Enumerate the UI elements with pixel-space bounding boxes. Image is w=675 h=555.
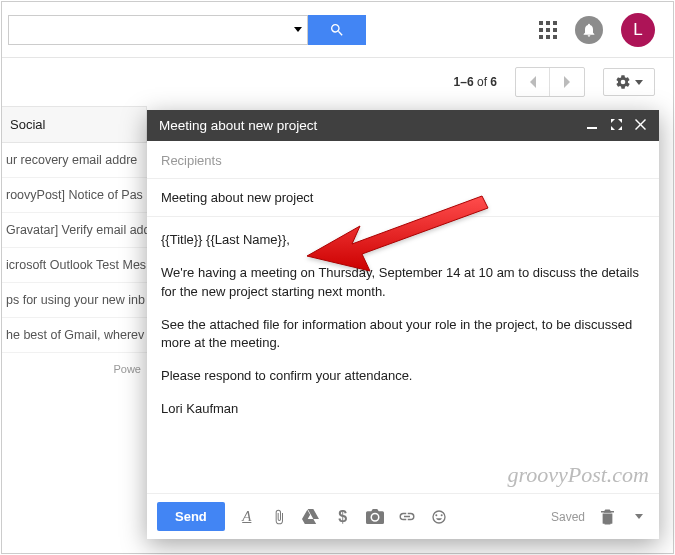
caret-down-icon [635,80,643,85]
minimize-icon [587,120,597,130]
compose-toolbar: Send A $ Saved [147,493,659,539]
subject-field[interactable]: Meeting about new project [147,179,659,217]
svg-rect-0 [587,127,597,129]
page-next-button[interactable] [550,68,584,96]
body-signature: Lori Kaufman [161,400,645,419]
search-button[interactable] [308,15,366,45]
paperclip-icon [271,509,287,525]
chevron-right-icon [563,76,571,88]
recipients-field[interactable]: Recipients [147,141,659,179]
compose-window: Meeting about new project Recipients Mee… [147,110,659,539]
more-button[interactable] [629,514,649,519]
mail-row[interactable]: he best of Gmail, wherev [2,318,147,353]
body-paragraph: See the attached file for information ab… [161,316,645,354]
page-prev-button[interactable] [516,68,550,96]
link-icon [398,512,416,521]
expand-button[interactable] [609,118,623,133]
body-greeting: {{Title}} {{Last Name}}, [161,231,645,250]
close-button[interactable] [633,118,647,133]
compose-titlebar[interactable]: Meeting about new project [147,110,659,141]
discard-button[interactable] [597,509,617,525]
mail-row[interactable]: roovyPost] Notice of Pas [2,178,147,213]
body-paragraph: We're having a meeting on Thursday, Sept… [161,264,645,302]
money-button[interactable]: $ [333,508,353,526]
body-paragraph: Please respond to confirm your attendanc… [161,367,645,386]
trash-icon [601,509,614,525]
drive-button[interactable] [301,509,321,524]
avatar[interactable]: L [621,13,655,47]
mail-row[interactable]: ps for using your new inb [2,283,147,318]
tab-social[interactable]: Social [2,106,147,143]
pager [515,67,585,97]
settings-button[interactable] [603,68,655,96]
camera-icon [366,509,384,524]
bell-icon [581,22,597,38]
search-icon [329,22,345,38]
compose-body[interactable]: {{Title}} {{Last Name}}, We're having a … [147,217,659,493]
formatting-button[interactable]: A [237,508,257,525]
drive-icon [302,509,319,524]
powered-label: Powe [2,353,147,385]
mail-row[interactable]: ur recovery email addre [2,143,147,178]
mail-row[interactable]: icrosoft Outlook Test Mes [2,248,147,283]
apps-icon[interactable] [539,21,557,39]
link-button[interactable] [397,512,417,521]
minimize-button[interactable] [585,118,599,133]
emoji-button[interactable] [429,509,449,525]
watermark: groovyPost.com [507,459,649,491]
attach-button[interactable] [269,509,289,525]
chevron-left-icon [529,76,537,88]
pagination-label: 1–6 of 6 [454,75,497,89]
mail-list: Social ur recovery email addre roovyPost… [2,106,147,553]
list-toolbar: 1–6 of 6 [2,58,673,106]
compose-title-text: Meeting about new project [159,118,317,133]
expand-icon [611,119,622,130]
saved-label: Saved [551,510,585,524]
search-dropdown-caret[interactable] [289,16,307,44]
caret-down-icon [635,514,643,519]
photo-button[interactable] [365,509,385,524]
mail-row[interactable]: Gravatar] Verify email add [2,213,147,248]
top-bar: L [2,2,673,58]
gear-icon [615,74,631,90]
emoji-icon [431,509,447,525]
close-icon [635,119,646,130]
send-button[interactable]: Send [157,502,225,531]
notifications-button[interactable] [575,16,603,44]
search-box[interactable] [8,15,308,45]
